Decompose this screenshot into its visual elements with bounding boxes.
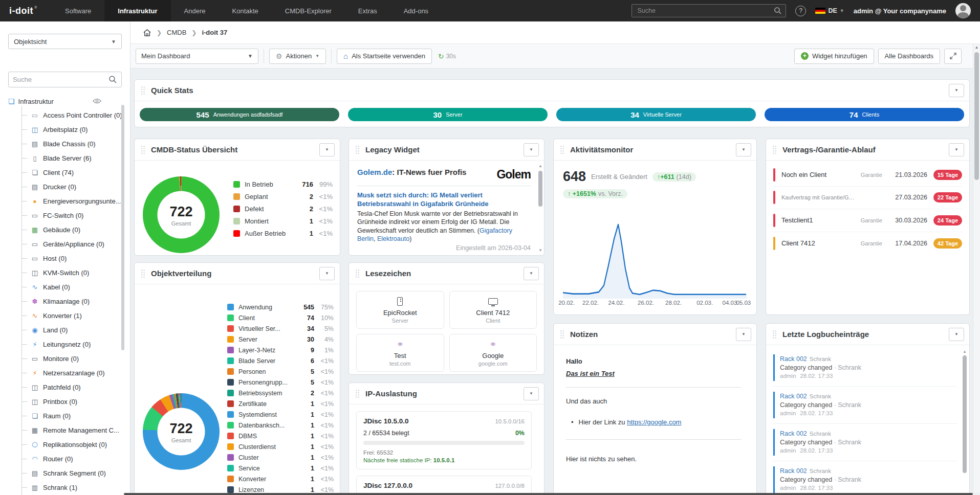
widget-menu-button[interactable] [736,143,751,156]
contract-row-noch-ein-client[interactable]: Noch ein ClientGarantie21.03.202615 Tage [773,164,962,187]
legend-row-layer-3-netz[interactable]: Layer-3-Netz91% [227,345,334,355]
scroll-down-icon[interactable]: ▼ [538,248,542,253]
drag-handle-icon[interactable] [141,145,145,154]
sidebar-item-land-0[interactable]: ◉Land (0) [21,323,130,337]
fullscreen-button[interactable] [944,49,962,64]
nav-item-add-ons[interactable]: Add-ons [390,0,442,21]
nav-item-andere[interactable]: Andere [171,0,219,21]
object-link[interactable]: Rack 002 [780,393,807,400]
quickstat-pill-server[interactable]: 30Server [348,108,548,121]
sidebar-item-schrank-1[interactable]: ▥Schrank (1) [21,480,130,494]
sidebar-item-host-0[interactable]: ▭Host (0) [21,251,130,265]
sidebar-item-arbeitsplatz-0[interactable]: ◫Arbeitsplatz (0) [21,122,130,137]
sidebar-item-energieversorgungsunte[interactable]: ●Energieversorgungsunte... [21,194,130,208]
breadcrumb-cmdb[interactable]: CMDB [167,29,186,36]
feed-source-link[interactable]: Golem.de [357,168,392,176]
legend-row-betriebssystem[interactable]: Betriebssystem2<1% [227,388,334,398]
app-logo[interactable]: i-doit [9,6,33,16]
nav-item-kontakte[interactable]: Kontakte [219,0,272,21]
legend-row-in-betrieb[interactable]: In Betrieb71699% [233,178,333,190]
home-icon[interactable] [143,29,151,37]
sidebar-item-kabel-0[interactable]: ∿Kabel (0) [21,280,130,294]
sidebar-item-access-point-controller-0[interactable]: ▭Access Point Controller (0) [21,108,130,122]
drag-handle-icon[interactable] [141,269,145,278]
all-dashboards-button[interactable]: Alle Dashboards [878,49,940,64]
legend-row-blade-server[interactable]: Blade Server6<1% [227,355,334,366]
legend-row-anwendung[interactable]: Anwendung54575% [227,302,334,312]
legend-row-server[interactable]: Server304% [227,334,334,345]
ip-net-card[interactable]: JDisc 127.0.0.0 127.0.0.0/8 [356,476,532,495]
contract-row-testclient1[interactable]: Testclient1Garantie30.03.202624 Tage [773,209,962,232]
legacy-scrollbar[interactable]: ▲ ▼ [538,164,543,253]
drag-handle-icon[interactable] [355,389,360,398]
legend-row-konverter[interactable]: Konverter1<1% [227,474,334,484]
bookmark-card-client-7412[interactable]: Client 7412Client [449,291,537,329]
sidebar-item-geb-ude-0[interactable]: ▦Gebäude (0) [21,222,130,237]
user-menu[interactable]: admin @ Your companyname [854,7,946,15]
widget-menu-button[interactable] [524,387,539,400]
legend-row-au-er-betrieb[interactable]: Außer Betrieb1<1% [233,227,333,239]
drag-handle-icon[interactable] [772,145,777,154]
widget-menu-button[interactable] [319,267,335,280]
sidebar-item-drucker-0[interactable]: ▤Drucker (0) [21,179,130,194]
cmdb-status-donut-chart[interactable]: 722 Gesamt [143,176,220,253]
widget-menu-button[interactable] [736,328,751,341]
logbook-entry[interactable]: Rack 002SchrankCategory changed · Schran… [773,392,957,418]
sidebar-scrollbar[interactable] [121,105,124,350]
sidebar-item-blade-server-6[interactable]: ▯Blade Server (6) [21,151,130,165]
nav-item-software[interactable]: Software [52,0,104,21]
sidebar-item-router-0[interactable]: ◠Router (0) [21,452,130,466]
widget-menu-button[interactable] [949,328,964,341]
drag-handle-icon[interactable] [560,145,564,154]
object-link[interactable]: Rack 002 [780,355,807,363]
main-horizontal-scrollbar[interactable] [124,493,973,495]
sidebar-item-klimaanlage-0[interactable]: ✽Klimaanlage (0) [21,294,130,308]
widget-menu-button[interactable] [524,267,539,280]
article-tag-link[interactable]: Elektroauto [377,235,409,242]
widget-menu-button[interactable] [949,143,964,156]
ip-net-card[interactable]: JDisc 10.5.0.0 10.5.0.0/16 2 / 65534 bel… [356,411,532,469]
bookmark-card-test[interactable]: ⚭Testtest.com [356,334,444,372]
sidebar-item-monitore-0[interactable]: ▭Monitore (0) [21,351,130,366]
contract-row-kaufvertrag-mit-garantie-gew-hrle[interactable]: Kaufvertrag mit Garantie/Gewährle...27.0… [773,187,962,210]
object-link[interactable]: Rack 002 [780,430,807,437]
contract-row-client-7412[interactable]: Client 7412Garantie17.04.202642 Tage [773,232,962,255]
set-startpage-button[interactable]: ⌂ Als Startseite verwenden [337,49,432,64]
logbook-scrollbar[interactable]: ▲ [962,349,967,495]
search-icon[interactable] [108,75,117,84]
widget-menu-button[interactable] [949,84,964,97]
sidebar-item-leitungsnetz-0[interactable]: ⚡Leitungsnetz (0) [21,337,130,351]
nav-item-infrastruktur[interactable]: Infrastruktur [104,0,170,21]
note-link[interactable]: https://google.com [627,418,681,426]
article-title-link[interactable]: Musk setzt sich durch: IG Metall verlier… [357,191,531,209]
drag-handle-icon[interactable] [355,269,360,278]
eye-icon[interactable] [93,98,101,105]
drag-handle-icon[interactable] [772,330,777,339]
drag-handle-icon[interactable] [141,86,145,95]
sidebar-item-client-74[interactable]: ❏Client (74) [21,165,130,179]
help-icon[interactable]: ? [795,6,806,16]
legend-row-virtueller-ser[interactable]: Virtueller Ser...345% [227,323,334,334]
nav-item-extras[interactable]: Extras [345,0,390,21]
sidebar-item-remote-management-c[interactable]: ▦Remote Management C... [21,423,130,437]
drag-handle-icon[interactable] [560,330,564,339]
legend-row-datenbanksch[interactable]: Datenbanksch...1<1% [227,420,334,431]
legend-row-client[interactable]: Client7410% [227,312,334,323]
search-icon[interactable] [774,7,782,15]
object-distribution-donut-chart[interactable]: 722 Gesamt [143,393,220,470]
avatar[interactable] [955,3,971,18]
legend-row-service[interactable]: Service1<1% [227,463,334,474]
scroll-up-icon[interactable]: ▲ [973,44,980,51]
bookmark-card-google[interactable]: ⚭Googlegoogle.com [449,334,537,372]
logbook-entry[interactable]: Rack 002SchrankCategory changed · Schran… [773,429,957,456]
nav-item-cmdb-explorer[interactable]: CMDB-Explorer [272,0,345,21]
sidebar-item-netzersatzanlage-0[interactable]: ⚡Netzersatzanlage (0) [21,366,130,380]
sidebar-item-printbox-0[interactable]: ◫Printbox (0) [21,394,130,409]
object-link[interactable]: Rack 002 [780,467,807,475]
widget-menu-button[interactable] [524,143,539,156]
scroll-up-icon[interactable]: ▲ [538,164,542,169]
bookmark-card-epicrocket[interactable]: EpicRocketServer [356,291,444,329]
sidebar-item-kvm-switch-0[interactable]: ◫KVM-Switch (0) [21,265,130,280]
logbook-entry[interactable]: Rack 002SchrankCategory changed · Schran… [773,354,957,381]
sidebar-item-konverter-1[interactable]: ∿Konverter (1) [21,308,130,323]
